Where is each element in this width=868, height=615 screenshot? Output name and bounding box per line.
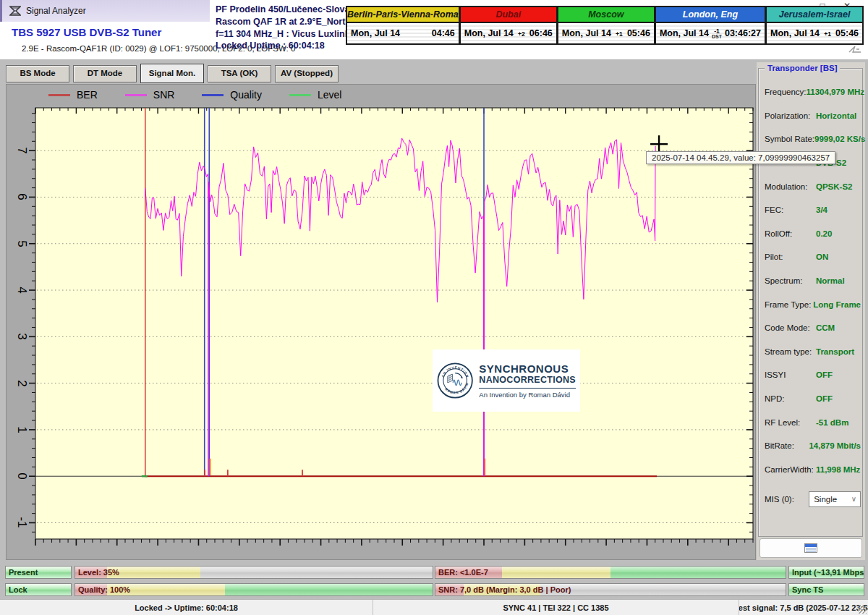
field-value: 14,879 Mbit/s — [809, 441, 861, 450]
y-axis-label: 1 — [14, 422, 29, 438]
legend-label: BER — [77, 89, 98, 101]
transponder-row: Spectrum:Normal — [765, 269, 861, 293]
meter-label: Input (~13,91 Mbps) — [792, 567, 864, 578]
field-value: 11,998 MHz — [816, 465, 860, 474]
transponder-row: Frame Type:Long Frame — [765, 292, 861, 316]
field-value: 9999,02 KS/s — [814, 135, 865, 143]
field-value: ON — [816, 253, 828, 261]
meter-input: Input (~13,91 Mbps) — [788, 566, 864, 579]
plot-area[interactable] — [7, 103, 755, 558]
tab-av-stopped-[interactable]: AV (Stopped) — [275, 65, 339, 82]
clock-time: 04:46 — [432, 28, 455, 38]
meter-quality: Quality: 100% — [75, 583, 433, 596]
field-label: Spectrum: — [765, 276, 816, 285]
clock-time: 03:46:27 — [725, 28, 761, 38]
legend-swatch — [125, 94, 147, 96]
meter-label: BER: <1.0E-7 — [438, 567, 488, 578]
field-label: RollOff: — [765, 229, 816, 238]
clock-date: Mon, Jul 14 — [660, 28, 709, 38]
site-info-line: Rascom QAF 1R at 2.9°E_North — [216, 16, 362, 28]
field-label: Code Mode: — [765, 323, 816, 332]
clock-city: Moscow — [558, 7, 654, 23]
transponder-row: NPD:OFF — [765, 387, 861, 411]
meter-gloss — [75, 567, 433, 578]
status-uptime: Locked -> Uptime: 60:04:18 — [0, 600, 373, 615]
transponder-row: Symbol Rate:9999,02 KS/s — [765, 127, 861, 151]
legend-item-level: Level — [289, 89, 341, 101]
meter-label: Lock — [9, 584, 27, 595]
clock-moscow: MoscowMon, Jul 14+105:46 — [557, 6, 655, 45]
resize-grip[interactable] — [858, 605, 867, 614]
legend-label: SNR — [153, 89, 175, 101]
transponder-row: Pilot:ON — [765, 245, 861, 269]
tab-dt-mode[interactable]: DT Mode — [73, 65, 137, 82]
logo-badge-icon: AN INVENTION BY ROMAN DÁVID — [437, 356, 473, 405]
field-value: 0.20 — [816, 229, 832, 238]
clock-body: Mon, Jul 14+206:46 — [461, 23, 556, 43]
transponder-groupbox: Transponder [BS] Frequency:11304,979 MHz… — [758, 68, 863, 537]
y-axis-label: 3 — [14, 328, 29, 344]
logo-subtitle: An Invention by Roman Dávid — [479, 391, 576, 399]
clock-offset: +1 — [611, 30, 627, 37]
field-label: RF Level: — [765, 418, 816, 427]
transponder-row: RollOff:0.20 — [765, 222, 861, 246]
clock-date: Mon, Jul 14 — [770, 28, 820, 38]
clock-date: Mon, Jul 14 — [464, 28, 514, 38]
transponder-row: Stream type:Transport — [765, 340, 861, 364]
clock-jerusalem-israel: Jerusalem-IsraelMon, Jul 14+105:46 — [765, 6, 864, 45]
y-axis-label: -1 — [14, 514, 29, 530]
legend-swatch — [202, 94, 224, 96]
clock-date: Mon, Jul 14 — [351, 28, 416, 38]
field-label: Frame Type: — [765, 300, 813, 309]
logo-title: SYNCHRONOUS — [479, 363, 576, 375]
field-label: Symbol Rate: — [765, 135, 814, 143]
status-sync-counters: SYNC 41 | TEI 322 | CC 1385 — [373, 600, 739, 615]
field-value: Long Frame — [813, 300, 861, 309]
meter-label: Level: 35% — [78, 567, 119, 578]
clock-time: 05:46 — [835, 28, 859, 38]
clock-date: Mon, Jul 14 — [562, 28, 611, 38]
clock-berlin-paris-vienna-roma: Berlin-Paris-Vienna-RomaMon, Jul 1404:46 — [346, 6, 459, 45]
legend-label: Quality — [230, 89, 262, 101]
meter-level: Level: 35% — [75, 566, 433, 579]
mis-row: MIS (0):Single∨ — [765, 488, 861, 512]
y-axis-label: 0 — [14, 468, 29, 484]
field-label: Modulation: — [765, 182, 816, 191]
transponder-row: Frequency:11304,979 MHz — [765, 80, 861, 104]
clock-time: 06:46 — [529, 28, 553, 38]
field-value: OFF — [816, 370, 833, 379]
field-value: Normal — [816, 276, 845, 285]
list-icon — [804, 543, 817, 553]
clock-offset — [416, 33, 432, 34]
transponder-row: Polarization:Horizontal — [765, 104, 861, 128]
site-info-line: f=11 304 MHz_H : Vicus Luxlink — [216, 28, 362, 41]
mis-dropdown[interactable]: Single∨ — [809, 491, 861, 507]
chart-legend: BERSNRQualityLevel — [48, 86, 341, 103]
legend-label: Level — [318, 89, 341, 101]
field-label: ISSYI — [765, 370, 816, 379]
tab-bs-mode[interactable]: BS Mode — [6, 65, 69, 82]
field-value: Horizontal — [816, 111, 856, 120]
transponder-row: ISSYIOFF — [765, 363, 861, 387]
field-value: 3/4 — [816, 205, 827, 214]
field-value: Transport — [816, 347, 854, 356]
clock-offset: -1DST — [709, 27, 725, 40]
tab-tsa-ok-[interactable]: TSA (OK) — [208, 65, 271, 82]
tab-signal-mon-[interactable]: Signal Mon. — [140, 64, 204, 83]
meter-label: Quality: 100% — [78, 584, 130, 595]
mode-tabs: BS ModeDT ModeSignal Mon.TSA (OK)AV (Sto… — [6, 65, 339, 83]
transponder-row: FEC:3/4 — [765, 198, 861, 222]
transponder-panel: Transponder [BS] Frequency:11304,979 MHz… — [757, 62, 865, 560]
clock-offset: +2 — [514, 30, 529, 37]
signal-chart: BERSNRQualityLevel -101234567 — [6, 84, 756, 560]
meter-ber: BER: <1.0E-7 — [435, 566, 786, 579]
transport-list-button[interactable] — [760, 538, 862, 558]
tuner-title: TBS 5927 USB DVB-S2 Tuner — [12, 26, 161, 38]
site-info-line: PF Prodelin 450/Lučenec-Slovakia — [216, 4, 362, 16]
meter-label: Sync TS — [792, 584, 823, 595]
clock-city: London, Eng — [656, 7, 765, 23]
chevron-down-icon: ∨ — [851, 492, 856, 506]
clock-body: Mon, Jul 1404:46 — [347, 23, 459, 43]
transponder-row: Code Mode:CCM — [765, 316, 861, 340]
meter-label: SNR: 7,0 dB (Margin: 3,0 dB | Poor) — [438, 584, 571, 595]
